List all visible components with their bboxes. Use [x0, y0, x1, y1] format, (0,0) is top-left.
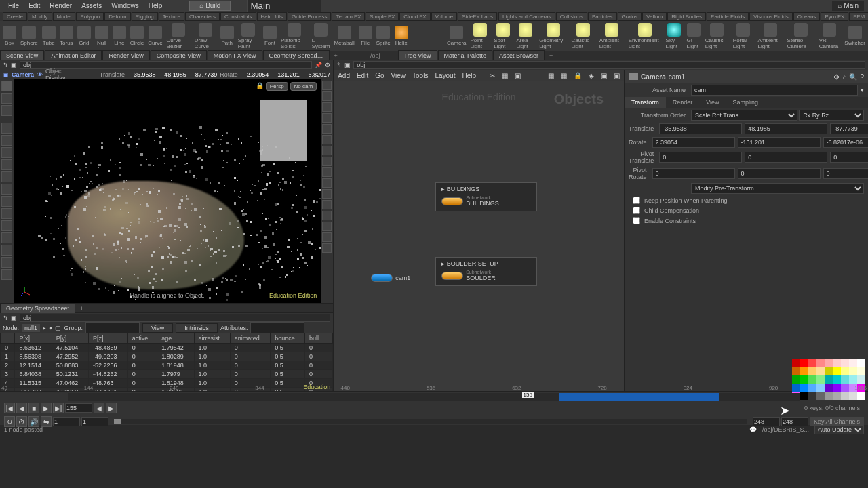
shelftab[interactable]: Oceans: [793, 12, 821, 21]
add-tab[interactable]: +: [76, 304, 87, 313]
rz-value[interactable]: -6.82017: [302, 71, 330, 78]
back-icon[interactable]: ↰: [336, 62, 342, 68]
shelf-stereo[interactable]: Stereo Camera: [787, 23, 815, 49]
shelf-box[interactable]: Box: [3, 26, 16, 46]
shelf-tube[interactable]: Tube: [42, 26, 56, 46]
key-prev[interactable]: ◀: [94, 403, 104, 413]
group-boulder[interactable]: ▸ BOULDER SETUP SubnetworkBOULDER: [435, 257, 537, 286]
shelf-pointlight[interactable]: Point Light: [471, 23, 490, 49]
shelf-curve[interactable]: Curve: [148, 26, 162, 46]
first-frame[interactable]: |◀: [4, 403, 15, 413]
tool[interactable]: [322, 113, 332, 123]
tool-icon[interactable]: ✂: [490, 72, 495, 79]
net-path[interactable]: [353, 61, 865, 69]
desktop-input[interactable]: [247, 0, 321, 12]
net-go[interactable]: Go: [375, 72, 384, 79]
chevron-icon[interactable]: ▾: [861, 87, 864, 94]
node-cam1[interactable]: cam1: [371, 274, 410, 282]
color-swatch[interactable]: [833, 359, 841, 367]
shelf-spotlight[interactable]: Spot Light: [494, 23, 512, 49]
shelf-path[interactable]: Path: [220, 26, 234, 46]
color-swatch[interactable]: [808, 367, 816, 375]
tool[interactable]: [1, 196, 12, 207]
shelftab[interactable]: Vellum: [642, 12, 667, 21]
color-swatch[interactable]: [849, 367, 857, 375]
shelftab[interactable]: Characters: [185, 12, 220, 21]
shelf-grid[interactable]: Grid: [77, 26, 91, 46]
tool-icon[interactable]: ▣: [601, 72, 607, 79]
stop[interactable]: ■: [28, 403, 39, 413]
view-dd[interactable]: View: [142, 323, 173, 333]
color-swatch[interactable]: [849, 359, 857, 367]
select-tool[interactable]: [1, 81, 12, 92]
shelftab[interactable]: Grains: [618, 12, 642, 21]
frame-input[interactable]: [65, 403, 92, 413]
tool[interactable]: [1, 123, 12, 134]
tab-scene-view[interactable]: Scene View: [0, 50, 44, 61]
tool[interactable]: [322, 124, 332, 134]
color-swatch[interactable]: [800, 375, 808, 384]
shelf-causticlight2[interactable]: Caustic Light: [705, 23, 729, 49]
tool[interactable]: [1, 105, 12, 116]
tool-icon[interactable]: ▦: [502, 72, 508, 79]
net-view[interactable]: View: [391, 72, 406, 79]
lock-icon[interactable]: 🔒: [256, 82, 264, 91]
tool-icon[interactable]: ◈: [589, 72, 594, 79]
search-icon[interactable]: 🔍: [849, 73, 857, 81]
chk-keep[interactable]: [633, 197, 640, 204]
color-swatch[interactable]: [800, 367, 808, 375]
group-buildings[interactable]: ▸ BUILDINGS SubnetworkBUILDINGS: [435, 182, 537, 211]
audio-icon[interactable]: 🔊: [28, 416, 39, 427]
spreadsheet-table[interactable]: P[x]P[y]P[z]activeageairresistanimatedbo…: [0, 333, 333, 391]
shelf-line[interactable]: Line: [113, 26, 126, 46]
shelftab[interactable]: Pyro FX: [821, 12, 848, 21]
asset-value[interactable]: [691, 85, 858, 96]
tool-icon[interactable]: ▣: [515, 72, 521, 79]
realtime-icon[interactable]: ⏱: [16, 416, 27, 427]
shelftab[interactable]: Modify: [28, 12, 52, 21]
shelf-geolight[interactable]: Geometry Light: [539, 23, 567, 49]
ry-value[interactable]: -131.201: [271, 71, 299, 78]
shelftab[interactable]: Rigid Bodies: [667, 12, 706, 21]
ss-path[interactable]: [20, 314, 330, 322]
param-tab-render[interactable]: Render: [666, 97, 700, 108]
tool-icon[interactable]: ▦: [561, 72, 567, 79]
shelf-draw-curve[interactable]: Draw Curve: [195, 23, 216, 49]
back-icon[interactable]: ↰: [3, 314, 8, 321]
order-select[interactable]: Scale Rot Trans: [691, 110, 797, 121]
shelf-platonic[interactable]: Platonic Solids: [281, 23, 308, 49]
tx-input[interactable]: [659, 123, 742, 134]
menu-windows[interactable]: Windows: [107, 1, 143, 11]
shelftab[interactable]: Simple FX: [366, 12, 399, 21]
shelf-camera[interactable]: Camera: [447, 26, 466, 46]
tool[interactable]: [322, 167, 332, 177]
ty-value[interactable]: 48.1985: [158, 71, 186, 78]
start2-input[interactable]: [81, 417, 108, 426]
tool[interactable]: [1, 147, 12, 158]
tab-composite[interactable]: Composite View: [151, 50, 207, 61]
tool[interactable]: [1, 232, 12, 243]
color-swatch[interactable]: [825, 375, 833, 384]
color-swatch[interactable]: [849, 375, 857, 384]
shelftab[interactable]: Terrain FX: [332, 12, 365, 21]
shelf-sprite[interactable]: Sprite: [376, 26, 391, 46]
tool[interactable]: [322, 157, 332, 166]
shelf-skylight[interactable]: Sky Light: [666, 23, 683, 49]
shelftab[interactable]: Rigging: [132, 12, 158, 21]
nocam-button[interactable]: No cam: [290, 82, 317, 91]
shelf-envlight[interactable]: Environment Light: [629, 23, 662, 49]
intr-dd[interactable]: Intrinsics: [176, 323, 218, 333]
start-input[interactable]: [53, 417, 80, 426]
color-swatch[interactable]: [816, 359, 825, 367]
pry-input[interactable]: [738, 168, 821, 179]
frame-marker[interactable]: 155: [522, 392, 534, 398]
color-swatch[interactable]: [792, 375, 800, 384]
color-swatch[interactable]: [857, 375, 865, 384]
color-swatch[interactable]: [857, 367, 865, 375]
viewport[interactable]: 🔒 Persp No cam Handle is aligned to Obje…: [14, 79, 321, 303]
color-swatch[interactable]: [833, 375, 841, 384]
color-swatch[interactable]: [808, 375, 816, 384]
gear-icon[interactable]: ⚙: [325, 62, 330, 68]
update-select[interactable]: Auto Update: [814, 425, 864, 434]
prx-input[interactable]: [652, 168, 735, 179]
